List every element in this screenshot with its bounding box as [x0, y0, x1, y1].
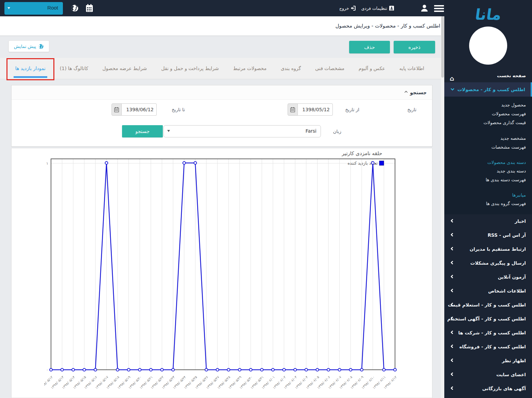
data-point	[316, 368, 319, 371]
from-date-group	[288, 103, 333, 116]
chevron-down-icon	[450, 87, 454, 90]
sidebar-item-business-atlas-products[interactable]: اطلس کسب و کار - محصولات	[444, 82, 532, 97]
delete-button[interactable]: حذف	[349, 41, 390, 53]
sidebar-menu-item[interactable]: اطلس کسب و کار - آگهی استخدام	[444, 312, 532, 326]
tab-5[interactable]: محصولات مرتبط	[226, 58, 274, 79]
root-dropdown[interactable]: Root	[4, 2, 63, 15]
tab-7[interactable]: شرایط عرضه محصول	[95, 58, 154, 79]
data-point	[205, 368, 208, 371]
tab-label: نمودار بازدید ها	[15, 66, 46, 71]
language-select[interactable]: Farsi	[164, 125, 321, 137]
sidebar-submenu: محصول جدیدفهرست محصولاتقیمت گذاری محصولا…	[444, 97, 532, 214]
sidebar-menu-item-label: اعضای سایت	[496, 372, 526, 377]
calendar-icon[interactable]	[86, 4, 94, 12]
submenu-section-header: دسته بندی محصولات	[450, 159, 526, 167]
to-date-input[interactable]	[122, 103, 157, 116]
sidebar-menu-item[interactable]: ارتباط مستقیم با مدیران	[444, 242, 532, 256]
y-tick-label: ۰	[46, 368, 48, 372]
logout-icon	[351, 5, 357, 11]
tab-1[interactable]: اطلاعات پایه	[392, 58, 431, 79]
preview-button[interactable]: پیش نمایش	[8, 40, 49, 52]
tab-2[interactable]: عکس و آلبوم	[351, 58, 392, 79]
chevron-up-icon	[405, 91, 408, 94]
logout-link[interactable]: خروج	[339, 5, 357, 11]
tab-6[interactable]: شرایط پرداخت و حمل و نقل	[154, 58, 226, 79]
submenu-item[interactable]: فهرست دسته بندی ها	[450, 176, 526, 184]
sidebar-menu-item[interactable]: اظهار نظر	[444, 354, 532, 368]
logo-text: مانا	[474, 6, 502, 23]
submenu-item[interactable]: دسته بندی جدید	[450, 167, 526, 176]
sidebar-menu-item-label: اطلس کسب و کار - آگهی استخدام	[447, 316, 526, 321]
sidebar-menu-item[interactable]: اعضای سایت	[444, 368, 532, 382]
calendar-icon[interactable]	[288, 103, 298, 116]
sidebar-menu-item[interactable]: اطلاعات اشخاص	[444, 284, 532, 298]
page-title: اطلس کسب و کار - محصولات - ویرایش محصول	[0, 16, 444, 36]
sidebar-menu-item[interactable]: ارسال و پیگیری مشکلات	[444, 256, 532, 270]
plot-border	[51, 159, 395, 370]
sidebar-menu-item-label: اطلاعات اشخاص	[488, 288, 526, 294]
tab-8[interactable]: کاتالوگ ها (1)	[53, 58, 96, 79]
sidebar-menu-item[interactable]: اطلس کسب و کار - فروشگاه	[444, 340, 532, 354]
sidebar-menu-item-label: آگهی های بازرگانی	[482, 386, 526, 391]
user-icon[interactable]	[421, 4, 428, 13]
calendar-icon[interactable]	[111, 103, 122, 116]
topbar: Root تنظیمات فردی خروج	[0, 0, 444, 16]
content-area: پیش نمایش ذخیره حذف اطلاعات پایهعکس و آل…	[0, 36, 444, 398]
data-point	[238, 368, 241, 371]
scrollbar[interactable]	[441, 16, 444, 398]
data-point	[250, 368, 252, 371]
sidebar-menu-item[interactable]: اخبار	[444, 214, 532, 228]
data-point	[349, 368, 352, 371]
globe-icon	[38, 44, 44, 49]
chevron-left-icon	[450, 275, 454, 278]
submenu-item[interactable]: مشخصه جدید	[450, 134, 526, 143]
save-button[interactable]: ذخیره	[394, 41, 435, 53]
sidebar-menu-item[interactable]: آر اس اس - RSS	[444, 228, 532, 242]
tab-label: شرایط عرضه محصول	[102, 66, 147, 71]
submenu-item[interactable]: محصول جدید	[450, 101, 526, 110]
globe-icon[interactable]	[71, 4, 79, 12]
menu-icon[interactable]	[434, 5, 444, 13]
data-point	[194, 162, 196, 164]
sidebar-menu-item-label: اطلس کسب و کار - استعلام قیمت	[448, 302, 526, 308]
tab-label: شرایط پرداخت و حمل و نقل	[161, 66, 219, 71]
search-panel-header[interactable]: جستجو	[12, 85, 432, 100]
submenu-item[interactable]: قیمت گذاری محصولات	[450, 118, 526, 127]
from-date-input[interactable]	[298, 103, 333, 116]
chevron-left-icon	[450, 386, 454, 390]
data-point	[183, 162, 186, 164]
sidebar-menu-item[interactable]: آزمون آنلاین	[444, 270, 532, 284]
tab-9[interactable]: نمودار بازدید ها	[8, 58, 53, 79]
personal-settings-link[interactable]: تنظیمات فردی	[361, 5, 394, 11]
sidebar-menu-item[interactable]	[444, 396, 532, 398]
app-logo: مانا	[444, 0, 532, 24]
search-button[interactable]: جستجو	[122, 125, 163, 137]
submenu-item[interactable]: فهرست گروه بندی ها	[450, 199, 526, 208]
data-point	[283, 368, 286, 371]
data-point	[160, 368, 163, 371]
sidebar-menu-item[interactable]: اطلس کسب و کار - شرکت ها	[444, 326, 532, 340]
root-dropdown-value: Root	[47, 5, 58, 11]
data-point	[327, 368, 330, 371]
search-panel-title: جستجو	[410, 90, 427, 95]
data-point	[394, 368, 396, 371]
sidebar-menu-item[interactable]: آگهی های بازرگانی	[444, 382, 532, 396]
sidebar-item-home[interactable]: صفحه نخست ⌂	[444, 69, 532, 82]
topbar-right-links: تنظیمات فردی خروج	[335, 0, 394, 16]
sidebar-menu-item[interactable]: اطلس کسب و کار - استعلام قیمت	[444, 298, 532, 312]
date-label: تاریخ	[407, 107, 416, 112]
chevron-left-icon	[450, 288, 454, 292]
legend-swatch	[379, 161, 384, 165]
submenu-item[interactable]: فهرست مشخصات	[450, 143, 526, 152]
scrollbar-thumb[interactable]	[441, 16, 444, 78]
personal-settings-label: تنظیمات فردی	[361, 6, 387, 11]
data-point	[382, 368, 385, 371]
avatar[interactable]	[469, 27, 507, 65]
tab-bar: اطلاعات پایهعکس و آلبوممشخصات فنیگروه بن…	[0, 58, 441, 79]
sidebar-menu-item-label: ارسال و پیگیری مشکلات	[470, 260, 526, 266]
tab-3[interactable]: مشخصات فنی	[308, 58, 351, 79]
submenu-item[interactable]: فهرست محصولات	[450, 110, 526, 118]
data-point	[94, 368, 97, 371]
chevron-left-icon	[450, 247, 454, 250]
tab-4[interactable]: گروه بندی	[274, 58, 308, 79]
